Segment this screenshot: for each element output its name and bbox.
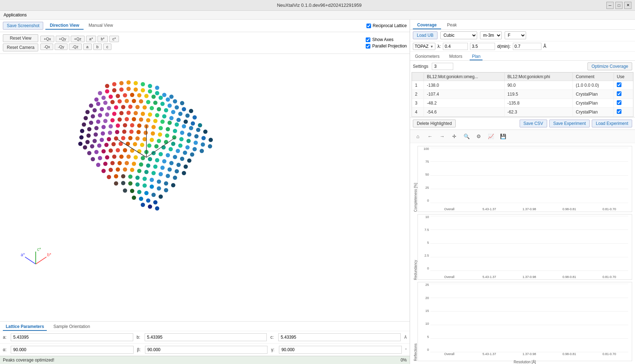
svg-point-149 <box>171 142 175 146</box>
svg-point-193 <box>148 157 152 161</box>
svg-point-124 <box>129 130 134 134</box>
crystal-system-select[interactable]: Cubic Tetragonal Orthorhombic Hexagonal … <box>440 31 477 39</box>
c-input[interactable] <box>278 333 401 341</box>
reflection-condition-select[interactable]: F I P R <box>505 31 526 39</box>
menu-bar: Applications <box>0 11 635 20</box>
svg-point-173 <box>109 148 113 153</box>
row-use[interactable] <box>614 99 633 108</box>
zoom-chart-button[interactable]: 🔍 <box>461 131 471 141</box>
applications-menu[interactable]: Applications <box>4 12 27 17</box>
svg-point-171 <box>94 150 99 154</box>
a-button[interactable]: a <box>83 44 92 50</box>
b-button[interactable]: b <box>93 44 102 50</box>
svg-point-72 <box>148 112 152 117</box>
completeness-y-label: Completeness [%] <box>413 146 418 212</box>
a-input[interactable] <box>11 333 133 341</box>
dmin-input[interactable] <box>513 43 541 50</box>
beta-input[interactable] <box>145 346 268 354</box>
svg-point-8 <box>98 91 102 95</box>
table-header-comment: Comment <box>573 73 614 81</box>
show-axes-checkbox[interactable] <box>366 37 370 42</box>
svg-point-15 <box>148 89 152 93</box>
svg-point-0 <box>105 84 109 88</box>
row-use[interactable] <box>614 90 633 99</box>
reset-camera-button[interactable]: Reset Camera <box>3 44 38 51</box>
minimize-button[interactable]: ─ <box>606 2 614 9</box>
svg-point-36 <box>118 99 122 103</box>
astar-button[interactable]: a* <box>86 36 96 42</box>
manual-view-tab[interactable]: Manual View <box>84 22 117 30</box>
row-use[interactable] <box>614 108 633 117</box>
qy-neg-button[interactable]: -Qy <box>55 44 68 50</box>
optimize-coverage-button[interactable]: Optimize Coverage <box>588 62 632 70</box>
svg-point-3 <box>126 80 131 85</box>
sample-orientation-tab[interactable]: Sample Orientation <box>50 323 93 331</box>
settings-input[interactable] <box>432 63 453 70</box>
save-experiment-button[interactable]: Save Experiment <box>549 120 590 127</box>
peak-tab[interactable]: Peak <box>443 21 461 29</box>
cstar-button[interactable]: c* <box>109 36 119 42</box>
motors-sub-tab[interactable]: Motors <box>447 53 465 60</box>
svg-point-188 <box>112 155 116 159</box>
alpha-input[interactable] <box>11 346 134 354</box>
row-use[interactable] <box>614 81 633 90</box>
svg-point-22 <box>116 94 120 98</box>
pan-chart-button[interactable]: ✛ <box>449 131 459 141</box>
save-screenshot-button[interactable]: Save Screenshot <box>3 22 43 30</box>
qy-pos-button[interactable]: +Qy <box>56 36 69 42</box>
qx-neg-button[interactable]: -Qx <box>40 44 53 50</box>
svg-point-18 <box>169 95 174 99</box>
back-chart-button[interactable]: ← <box>425 131 435 141</box>
svg-point-135 <box>208 144 212 148</box>
svg-point-252 <box>148 204 152 209</box>
c-button[interactable]: c <box>103 44 112 50</box>
svg-point-231 <box>164 181 168 186</box>
delete-highlighted-button[interactable]: Delete Highlighted <box>413 120 456 127</box>
point-group-select[interactable]: m-3m m-3 432 -43m 23 <box>480 31 502 39</box>
gamma-label: γ: <box>271 347 278 352</box>
svg-point-172 <box>101 149 106 153</box>
forward-chart-button[interactable]: → <box>437 131 447 141</box>
qx-pos-button[interactable]: +Qx <box>40 36 54 42</box>
parallel-projection-checkbox[interactable] <box>366 44 370 49</box>
restore-button[interactable]: □ <box>615 2 622 9</box>
row-phi: -135.8 <box>504 99 573 108</box>
svg-point-100 <box>94 126 99 130</box>
b-input[interactable] <box>145 333 267 341</box>
load-experiment-button[interactable]: Load Experiment <box>592 120 632 127</box>
svg-point-54 <box>135 105 140 109</box>
lattice-parameters-tab[interactable]: Lattice Parameters <box>3 323 47 331</box>
wavelength-row: TOPAZ ▼ λ: d(min): Å <box>410 41 635 52</box>
gamma-input[interactable] <box>279 346 402 354</box>
close-button[interactable]: ✕ <box>624 2 631 9</box>
instrument-select[interactable]: TOPAZ ▼ <box>413 43 435 50</box>
svg-point-249 <box>146 198 150 203</box>
direction-view-tab[interactable]: Direction View <box>45 22 83 30</box>
wavelength-max-input[interactable] <box>470 43 495 50</box>
svg-point-215 <box>123 167 127 172</box>
settings-chart-button[interactable]: ⚙ <box>474 131 484 141</box>
svg-point-61 <box>185 113 190 118</box>
goniometers-sub-tab[interactable]: Goniometers <box>413 53 442 60</box>
save-csv-button[interactable]: Save CSV <box>520 120 547 127</box>
plan-sub-tab[interactable]: Plan <box>470 53 482 60</box>
svg-point-52 <box>121 105 125 109</box>
qz-pos-button[interactable]: +Qz <box>71 36 84 42</box>
wavelength-min-input[interactable] <box>443 43 468 50</box>
reset-view-button[interactable]: Reset View <box>3 34 38 42</box>
coverage-tab[interactable]: Coverage <box>413 21 441 29</box>
bstar-button[interactable]: b* <box>98 36 108 42</box>
svg-point-243 <box>137 190 141 194</box>
load-ub-button[interactable]: Load UB <box>413 31 438 39</box>
beta-label: β: <box>137 347 144 352</box>
qz-neg-button[interactable]: -Qz <box>69 44 82 50</box>
home-chart-button[interactable]: ⌂ <box>413 131 423 141</box>
svg-point-79 <box>198 123 202 127</box>
svg-line-257 <box>36 257 46 264</box>
svg-point-211 <box>182 171 186 175</box>
save-chart-button[interactable]: 💾 <box>498 131 508 141</box>
3d-view-area[interactable]: b* a* c* <box>0 54 410 321</box>
line-chart-button[interactable]: 📈 <box>486 131 496 141</box>
svg-point-43 <box>168 103 172 108</box>
reciprocal-lattice-checkbox[interactable] <box>366 24 371 28</box>
